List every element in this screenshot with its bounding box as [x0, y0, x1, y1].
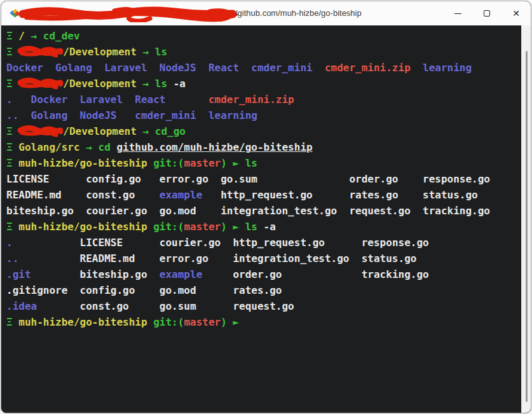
terminal-line: LICENSE config.go error.go go.sum order.…	[6, 171, 517, 187]
terminal-text-segment: master	[184, 157, 221, 169]
terminal-text-segment: -a	[167, 78, 186, 90]
terminal-text-segment	[147, 157, 154, 169]
terminal-text-segment: .gitignore config.go go.mod rates.go	[6, 284, 282, 296]
terminal-line: .. Golang NodeJS cmder_mini learning	[6, 107, 517, 123]
scrollbar-thumb[interactable]	[526, 51, 528, 402]
terminal-line: biteship.go courier.go go.mod integratio…	[6, 203, 517, 219]
window-controls: ✕	[443, 1, 531, 25]
terminal-line: . LICENSE courier.go http_request.go res…	[6, 235, 517, 251]
terminal-text-segment: Ξ	[6, 157, 18, 169]
close-icon: ✕	[512, 9, 520, 18]
terminal-text-segment: git:(	[153, 316, 184, 328]
terminal-text-segment: ..	[6, 252, 18, 265]
terminal-text-segment: example	[160, 268, 202, 280]
terminal-text-segment: /Development	[63, 46, 137, 58]
redacted-title-scribble	[19, 6, 238, 22]
terminal-line: .idea const.go go.sum request.go	[6, 298, 517, 314]
terminal-text-segment: .idea	[6, 300, 37, 312]
terminal-line: Docker Golang Laravel NodeJS React cmder…	[6, 60, 517, 76]
redacted-text-scribble	[18, 77, 63, 90]
terminal-text-segment: → ls	[137, 78, 167, 90]
terminal-text-segment: muh-hizbe/go-biteship	[18, 316, 147, 328]
terminal-text-segment: master	[184, 221, 221, 233]
minimize-button[interactable]	[443, 1, 472, 25]
window-title: /github.com/muh-hizbe/go-biteship	[235, 8, 362, 18]
terminal-text-segment: Docker Golang Laravel NodeJS React cmder…	[6, 62, 325, 74]
terminal-text-segment	[147, 316, 154, 328]
terminal-text-segment: http_request.go rates.go status.go	[202, 189, 477, 201]
terminal-text-segment: . Docker Laravel React	[6, 93, 208, 106]
minimize-icon	[454, 13, 461, 14]
terminal-line: .git biteship.go example order.go tracki…	[6, 266, 517, 282]
terminal-text-segment: git:(	[153, 157, 184, 169]
maximize-icon	[484, 10, 490, 17]
app-icon	[10, 8, 20, 18]
terminal-text-segment: example	[160, 189, 202, 201]
terminal-text-segment: learning	[411, 62, 472, 74]
terminal-text-segment: LICENSE config.go error.go go.sum order.…	[6, 173, 490, 185]
terminal-text-segment: biteship.go courier.go go.mod integratio…	[6, 205, 490, 217]
terminal-line: README.md const.go example http_request.…	[6, 187, 517, 203]
terminal-text-segment: muh-hizbe/go-biteship	[18, 157, 147, 169]
terminal-text-segment: → cd_dev	[25, 30, 80, 42]
terminal-text-segment: cmder_mini.zip	[208, 93, 294, 106]
terminal-text-segment: cmder_mini.zip	[325, 62, 411, 74]
terminal-line: Ξ /Development → ls	[6, 44, 517, 60]
redacted-text-scribble	[18, 125, 63, 137]
redacted-text-scribble	[18, 45, 63, 58]
terminal-text-segment: LICENSE courier.go http_request.go respo…	[13, 237, 429, 249]
terminal-window: /github.com/muh-hizbe/go-biteship ✕ Ξ / …	[1, 1, 531, 413]
terminal-text-segment: Ξ	[6, 221, 18, 233]
terminal-line: Ξ /Development → cd_go	[6, 123, 517, 139]
terminal-text-segment: -a	[257, 221, 276, 233]
terminal-text-segment: order.go tracking.go	[202, 268, 428, 280]
terminal-text-segment: ) ► ls	[221, 221, 257, 233]
terminal-text-segment: git:(	[153, 221, 184, 233]
terminal-text-segment: .. Golang NodeJS cmder_mini learning	[6, 109, 257, 121]
maximize-button[interactable]	[472, 1, 501, 25]
terminal-text-segment: /	[18, 30, 25, 42]
terminal-line: Ξ muh-hizbe/go-biteship git:(master) ► l…	[6, 219, 517, 235]
terminal-text-segment: → cd	[80, 141, 117, 153]
terminal-text-segment: Ξ	[6, 30, 18, 42]
terminal-text-segment: → ls	[137, 46, 167, 58]
close-button[interactable]: ✕	[501, 1, 531, 25]
terminal-line: Ξ Golang/src → cd github.com/muh-hizbe/g…	[6, 139, 517, 155]
terminal-text-segment	[147, 221, 154, 233]
terminal-text-segment: muh-hizbe/go-biteship	[18, 221, 147, 233]
terminal-line: .. README.md error.go integration_test.g…	[6, 251, 517, 266]
terminal-text-segment: master	[184, 316, 221, 328]
title-bar: /github.com/muh-hizbe/go-biteship ✕	[1, 1, 531, 25]
terminal-text-segment: Ξ	[6, 316, 18, 328]
terminal-text-segment: .	[6, 237, 13, 249]
terminal-text-segment: Ξ	[6, 141, 18, 153]
terminal-text-segment: const.go go.sum request.go	[37, 300, 294, 312]
terminal-line: . Docker Laravel React cmder_mini.zip	[6, 92, 517, 107]
terminal-text-segment: README.md error.go integration_test.go s…	[18, 252, 416, 265]
terminal-text-segment: → cd_go	[137, 125, 186, 137]
terminal-text-segment: README.md const.go	[6, 189, 160, 201]
terminal-text-segment: biteship.go	[31, 268, 160, 280]
terminal-text-segment: github.com/muh-hizbe/go-biteship	[116, 141, 312, 153]
terminal-text-segment: .git	[6, 268, 31, 280]
terminal-text-segment: /Development	[63, 125, 137, 137]
terminal-line: .gitignore config.go go.mod rates.go	[6, 282, 517, 298]
terminal-text-segment: ) ► ls	[221, 157, 257, 169]
terminal-line: Ξ muh-hizbe/go-biteship git:(master) ► l…	[6, 155, 517, 171]
terminal-output[interactable]: Ξ / → cd_devΞ /Development → lsDocker Go…	[1, 25, 531, 413]
terminal-text-segment: ) ►	[221, 316, 239, 328]
terminal-line: Ξ /Development → ls -a	[6, 76, 517, 92]
terminal-line: Ξ / → cd_dev	[6, 28, 517, 44]
terminal-text-segment: /Development	[63, 78, 137, 90]
terminal-scrollbar[interactable]	[521, 25, 531, 413]
terminal-line: Ξ muh-hizbe/go-biteship git:(master) ►	[6, 314, 517, 330]
terminal-text-segment: Golang/src	[18, 141, 79, 153]
